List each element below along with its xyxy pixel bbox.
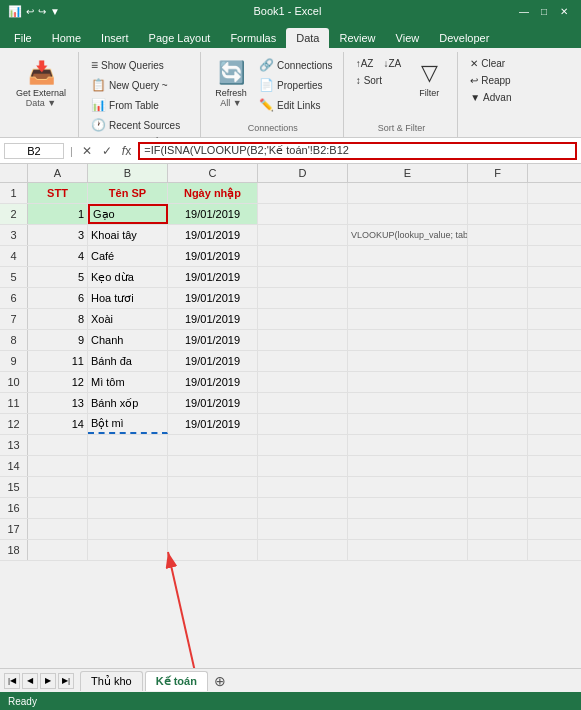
cell-a9[interactable]: 11 bbox=[28, 351, 88, 371]
cell-a16[interactable] bbox=[28, 498, 88, 518]
cell-f11[interactable] bbox=[468, 393, 528, 413]
tab-pagelayout[interactable]: Page Layout bbox=[139, 28, 221, 48]
cell-e15[interactable] bbox=[348, 477, 468, 497]
cell-b7[interactable]: Xoài bbox=[88, 309, 168, 329]
tab-home[interactable]: Home bbox=[42, 28, 91, 48]
cell-e1[interactable] bbox=[348, 183, 468, 203]
cell-a2[interactable]: 1 bbox=[28, 204, 88, 224]
cell-d6[interactable] bbox=[258, 288, 348, 308]
cell-c12[interactable]: 19/01/2019 bbox=[168, 414, 258, 434]
cell-c17[interactable] bbox=[168, 519, 258, 539]
cell-d9[interactable] bbox=[258, 351, 348, 371]
tab-formulas[interactable]: Formulas bbox=[220, 28, 286, 48]
cell-f4[interactable] bbox=[468, 246, 528, 266]
cell-f7[interactable] bbox=[468, 309, 528, 329]
cell-f14[interactable] bbox=[468, 456, 528, 476]
cell-a13[interactable] bbox=[28, 435, 88, 455]
cell-a3[interactable]: 3 bbox=[28, 225, 88, 245]
cell-d14[interactable] bbox=[258, 456, 348, 476]
sheet-scroll-left[interactable]: ◀ bbox=[22, 673, 38, 689]
cell-f2[interactable] bbox=[468, 204, 528, 224]
cell-c16[interactable] bbox=[168, 498, 258, 518]
cell-c7[interactable]: 19/01/2019 bbox=[168, 309, 258, 329]
tab-data[interactable]: Data bbox=[286, 28, 329, 48]
cell-a1[interactable]: STT bbox=[28, 183, 88, 203]
cell-c3[interactable]: 19/01/2019 bbox=[168, 225, 258, 245]
cell-f17[interactable] bbox=[468, 519, 528, 539]
advanced-button[interactable]: ▼ Advan bbox=[466, 90, 515, 105]
show-queries-button[interactable]: ≡ Show Queries bbox=[87, 56, 184, 74]
cell-c13[interactable] bbox=[168, 435, 258, 455]
cell-f1[interactable] bbox=[468, 183, 528, 203]
cell-b10[interactable]: Mì tôm bbox=[88, 372, 168, 392]
cell-e5[interactable] bbox=[348, 267, 468, 287]
properties-button[interactable]: 📄 Properties bbox=[255, 76, 337, 94]
cell-e6[interactable] bbox=[348, 288, 468, 308]
cell-a14[interactable] bbox=[28, 456, 88, 476]
cell-c5[interactable]: 19/01/2019 bbox=[168, 267, 258, 287]
cell-d4[interactable] bbox=[258, 246, 348, 266]
cell-b12[interactable]: Bột mì bbox=[88, 414, 168, 434]
cell-e9[interactable] bbox=[348, 351, 468, 371]
cell-b13[interactable] bbox=[88, 435, 168, 455]
cell-f18[interactable] bbox=[468, 540, 528, 560]
cell-a12[interactable]: 14 bbox=[28, 414, 88, 434]
cell-c10[interactable]: 19/01/2019 bbox=[168, 372, 258, 392]
cell-c18[interactable] bbox=[168, 540, 258, 560]
reapply-button[interactable]: ↩ Reapp bbox=[466, 73, 515, 88]
cell-a4[interactable]: 4 bbox=[28, 246, 88, 266]
confirm-formula-button[interactable]: ✓ bbox=[99, 144, 115, 158]
cell-e11[interactable] bbox=[348, 393, 468, 413]
filter-button[interactable]: ▽ Filter bbox=[407, 56, 451, 102]
cell-b1[interactable]: Tên SP bbox=[88, 183, 168, 203]
cell-d18[interactable] bbox=[258, 540, 348, 560]
cell-e10[interactable] bbox=[348, 372, 468, 392]
cell-b17[interactable] bbox=[88, 519, 168, 539]
cell-a17[interactable] bbox=[28, 519, 88, 539]
cell-a11[interactable]: 13 bbox=[28, 393, 88, 413]
cell-e12[interactable] bbox=[348, 414, 468, 434]
recent-sources-button[interactable]: 🕐 Recent Sources bbox=[87, 116, 184, 134]
cell-c1[interactable]: Ngày nhập bbox=[168, 183, 258, 203]
tab-review[interactable]: Review bbox=[329, 28, 385, 48]
sheet-scroll-right-right[interactable]: ▶| bbox=[58, 673, 74, 689]
cell-b9[interactable]: Bánh đa bbox=[88, 351, 168, 371]
cell-e13[interactable] bbox=[348, 435, 468, 455]
cell-c4[interactable]: 19/01/2019 bbox=[168, 246, 258, 266]
cell-f12[interactable] bbox=[468, 414, 528, 434]
new-query-button[interactable]: 📋 New Query ~ bbox=[87, 76, 184, 94]
cell-a5[interactable]: 5 bbox=[28, 267, 88, 287]
cell-d7[interactable] bbox=[258, 309, 348, 329]
cell-b15[interactable] bbox=[88, 477, 168, 497]
cell-a10[interactable]: 12 bbox=[28, 372, 88, 392]
cell-d17[interactable] bbox=[258, 519, 348, 539]
cell-d1[interactable] bbox=[258, 183, 348, 203]
cell-c2[interactable]: 19/01/2019 bbox=[168, 204, 258, 224]
cell-f10[interactable] bbox=[468, 372, 528, 392]
cell-e8[interactable] bbox=[348, 330, 468, 350]
tab-developer[interactable]: Developer bbox=[429, 28, 499, 48]
col-header-d[interactable]: D bbox=[258, 164, 348, 182]
cell-d2[interactable] bbox=[258, 204, 348, 224]
refresh-all-button[interactable]: 🔄 Refresh All ▼ bbox=[209, 56, 253, 112]
edit-links-button[interactable]: ✏️ Edit Links bbox=[255, 96, 337, 114]
insert-function-button[interactable]: fx bbox=[119, 144, 134, 158]
cell-d11[interactable] bbox=[258, 393, 348, 413]
name-box[interactable] bbox=[4, 143, 64, 159]
cell-b11[interactable]: Bánh xốp bbox=[88, 393, 168, 413]
cell-c9[interactable]: 19/01/2019 bbox=[168, 351, 258, 371]
sort-az-button[interactable]: ↑AZ bbox=[352, 56, 378, 71]
sheet-scroll-left-left[interactable]: |◀ bbox=[4, 673, 20, 689]
cell-f9[interactable] bbox=[468, 351, 528, 371]
cell-f13[interactable] bbox=[468, 435, 528, 455]
cell-d16[interactable] bbox=[258, 498, 348, 518]
cell-f3[interactable] bbox=[468, 225, 528, 245]
sheet-tab-ke-toan[interactable]: Kế toán bbox=[145, 671, 208, 691]
cell-a15[interactable] bbox=[28, 477, 88, 497]
cell-f5[interactable] bbox=[468, 267, 528, 287]
cell-b18[interactable] bbox=[88, 540, 168, 560]
cell-f8[interactable] bbox=[468, 330, 528, 350]
col-header-a[interactable]: A bbox=[28, 164, 88, 182]
cell-f6[interactable] bbox=[468, 288, 528, 308]
cell-a7[interactable]: 8 bbox=[28, 309, 88, 329]
